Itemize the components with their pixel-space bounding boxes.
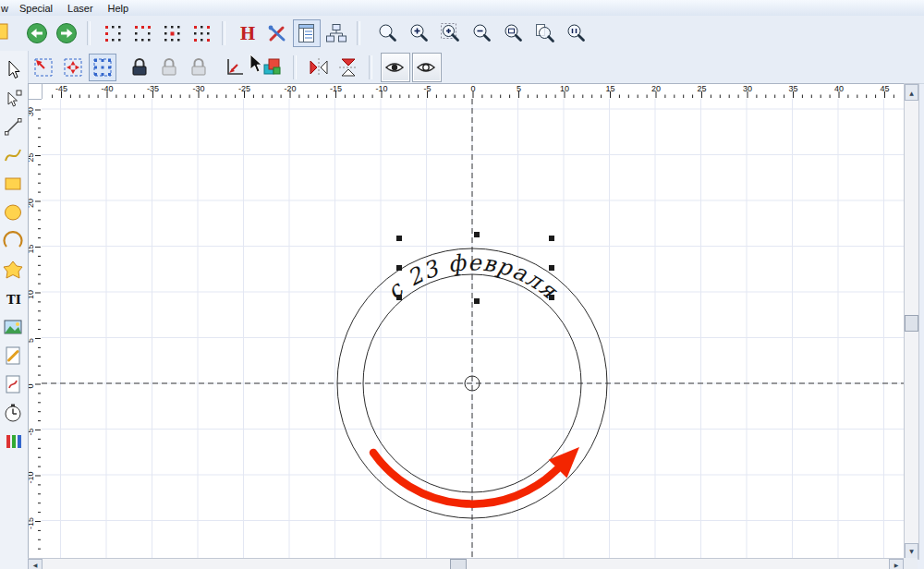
selection-handle[interactable] — [396, 265, 402, 271]
svg-text:5: 5 — [517, 84, 521, 93]
center-to-origin-icon — [62, 56, 84, 79]
vertical-scroll-thumb[interactable] — [905, 315, 918, 332]
selection-handle[interactable] — [549, 236, 554, 241]
toolbar-separator — [369, 55, 372, 79]
mouse-cursor — [249, 54, 264, 74]
svg-text:35: 35 — [788, 84, 797, 93]
scroll-down-button[interactable]: ▼ — [905, 543, 918, 559]
snap-dots-top-button[interactable] — [128, 19, 156, 47]
rectangle-tool-button[interactable] — [2, 173, 26, 197]
polygon-tool-button[interactable] — [2, 259, 26, 283]
vector-file-tool-button[interactable] — [2, 345, 26, 369]
arrow-arc[interactable] — [373, 453, 557, 504]
selection-handle[interactable] — [396, 236, 402, 241]
horizontal-scrollbar[interactable]: ◀ ▶ — [28, 558, 904, 569]
origin-corner-button[interactable] — [222, 54, 249, 81]
device-structure-button[interactable] — [322, 19, 350, 47]
svg-text:20: 20 — [29, 199, 35, 208]
preview-hide-button[interactable] — [412, 53, 442, 82]
node-edit-icon — [3, 88, 25, 110]
selection-handle[interactable] — [474, 232, 480, 237]
edit-toolbar — [28, 51, 924, 84]
snap-dots-corners-icon — [190, 22, 213, 44]
snap-dots-left-button[interactable] — [99, 19, 127, 47]
svg-text:-40: -40 — [101, 84, 113, 93]
selection-handle[interactable] — [549, 265, 554, 271]
vertical-scrollbar[interactable]: ▲ ▼ — [904, 83, 919, 560]
svg-text:-20: -20 — [284, 84, 296, 93]
menu-item-special[interactable]: Special — [12, 0, 60, 16]
canvas[interactable]: с 23 февраля — [42, 99, 904, 558]
selection-handle[interactable] — [396, 295, 402, 300]
rotation-arrow[interactable] — [373, 447, 579, 504]
zoom-icon — [377, 22, 399, 44]
system-tools-button[interactable] — [263, 19, 291, 47]
bitmap-icon — [3, 317, 25, 339]
svg-text:15: 15 — [29, 244, 35, 253]
horizontal-scroll-thumb[interactable] — [450, 559, 467, 569]
mirror-vertical-button[interactable] — [334, 54, 362, 81]
origin-grid-button[interactable] — [89, 54, 116, 81]
up-arrow-icon: ▲ — [909, 90, 914, 96]
snap-dots-center-icon — [161, 22, 183, 44]
scrollbar-corner — [904, 558, 918, 569]
bitmap-tool-button[interactable] — [2, 316, 26, 340]
ellipse-tool-button[interactable] — [2, 201, 26, 225]
center-to-origin-button[interactable] — [59, 54, 87, 81]
lock-icon — [128, 56, 151, 79]
timer-tool-button[interactable] — [2, 402, 26, 426]
zoom-1-1-button[interactable] — [563, 19, 590, 47]
menu-bar: w Special Laser Help — [0, 0, 924, 17]
show-eye-icon — [384, 56, 407, 79]
back-icon — [26, 22, 48, 44]
line-tool-button[interactable] — [2, 115, 26, 139]
zoom-window-icon — [440, 22, 462, 44]
selection-handle[interactable] — [549, 295, 554, 300]
svg-text:25: 25 — [697, 84, 706, 93]
zoom-1-1-icon — [565, 22, 588, 44]
menu-item-clipped[interactable]: w — [0, 0, 12, 16]
node-edit-tool-button[interactable] — [2, 87, 26, 111]
mirror-horizontal-button[interactable] — [305, 54, 333, 81]
zoom-all-button[interactable] — [500, 19, 528, 47]
svg-text:-5: -5 — [423, 84, 431, 93]
io-ports-tool-button[interactable] — [2, 430, 26, 454]
snap-dots-left-icon — [102, 22, 124, 44]
plot-tool-button[interactable] — [2, 373, 26, 397]
toolbar-separator — [87, 21, 91, 45]
select-tool-button[interactable] — [2, 58, 26, 82]
unlock-2-button[interactable] — [185, 54, 213, 81]
scroll-left-button[interactable]: ◀ — [28, 559, 43, 569]
svg-text:5: 5 — [29, 338, 35, 343]
lock-button[interactable] — [126, 54, 153, 81]
object-list-button[interactable] — [293, 19, 321, 47]
svg-text:-30: -30 — [192, 84, 204, 93]
svg-text:-15: -15 — [29, 517, 35, 529]
move-to-origin-button[interactable] — [30, 54, 57, 81]
zoom-page-button[interactable] — [531, 19, 559, 47]
zoom-out-icon — [471, 22, 493, 44]
back-button[interactable] — [23, 19, 51, 47]
menu-item-help[interactable]: Help — [101, 0, 137, 16]
menu-item-laser[interactable]: Laser — [60, 0, 101, 16]
zoom-window-button[interactable] — [437, 19, 465, 47]
forward-button[interactable] — [53, 19, 80, 47]
arc-tool-button[interactable] — [2, 230, 26, 254]
clipped-icon[interactable] — [0, 20, 8, 46]
unlock-1-button[interactable] — [155, 54, 183, 81]
snap-dots-corners-button[interactable] — [188, 19, 215, 47]
text-tool-button[interactable]: TI — [2, 287, 26, 311]
selection-handle[interactable] — [474, 298, 480, 304]
snap-dots-center-button[interactable] — [158, 19, 186, 47]
origin-grid-icon — [91, 56, 114, 79]
zoom-button[interactable] — [374, 19, 402, 47]
zoom-in-button[interactable] — [406, 19, 433, 47]
preview-show-button[interactable] — [381, 53, 410, 82]
scroll-right-button[interactable]: ▶ — [889, 559, 904, 569]
hatch-button[interactable]: H — [234, 19, 261, 47]
scroll-up-button[interactable]: ▲ — [905, 84, 918, 101]
curve-tool-button[interactable] — [2, 144, 26, 168]
svg-text:-10: -10 — [375, 84, 387, 93]
svg-text:45: 45 — [880, 84, 889, 93]
zoom-out-button[interactable] — [468, 19, 496, 47]
